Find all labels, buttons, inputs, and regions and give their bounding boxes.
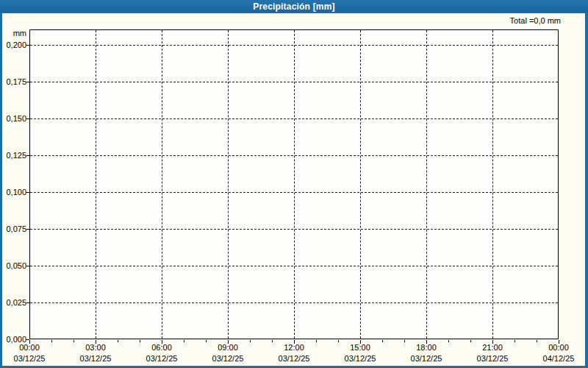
v-gridline	[426, 30, 427, 339]
x-axis-minor-tick	[250, 340, 251, 342]
total-value-label: Total =0,0 mm	[510, 16, 561, 25]
x-axis-minor-tick	[140, 340, 140, 342]
x-axis-minor-tick	[206, 340, 207, 342]
y-axis-unit-label: mm	[0, 29, 26, 38]
x-time-label: 15:00	[334, 343, 386, 353]
y-tick-label: 0,050	[0, 261, 26, 270]
y-axis-tick	[26, 302, 29, 303]
v-gridline	[360, 30, 361, 339]
x-date-label: 03/12/25	[467, 354, 518, 364]
chart-window: Precipitación [mm] Total =0,0 mm mm 0,20…	[0, 0, 588, 368]
x-date-label: 03/12/25	[334, 354, 386, 364]
x-time-label: 21:00	[467, 343, 518, 353]
y-tick-label: 0,200	[0, 40, 26, 49]
plot-area	[29, 29, 559, 339]
x-axis-minor-tick	[404, 340, 405, 342]
x-axis-minor-tick	[51, 340, 52, 342]
x-date-label: 04/12/25	[533, 354, 584, 364]
x-date-label: 03/12/25	[136, 354, 187, 364]
x-time-label: 00:00	[4, 343, 55, 353]
chart-canvas: Total =0,0 mm mm 0,2000,1750,1500,1250,1…	[0, 0, 588, 368]
x-axis-minor-tick	[118, 340, 118, 342]
x-time-label: 12:00	[268, 343, 320, 353]
y-tick-label: 0,125	[0, 151, 26, 160]
v-gridline	[294, 30, 295, 339]
x-date-label: 03/12/25	[202, 354, 254, 364]
y-axis-tick	[26, 192, 29, 193]
x-axis-minor-tick	[537, 340, 537, 342]
v-gridline	[492, 30, 493, 339]
y-axis-tick	[26, 45, 29, 46]
x-axis-minor-tick	[272, 340, 273, 342]
y-tick-label: 0,025	[0, 298, 26, 307]
x-time-label: 00:00	[533, 343, 584, 353]
y-axis-tick	[26, 229, 29, 230]
x-axis-minor-tick	[338, 340, 339, 342]
x-axis-minor-tick	[470, 340, 471, 342]
y-axis-tick	[26, 266, 29, 266]
x-date-label: 03/12/25	[401, 354, 452, 364]
y-axis-tick	[26, 82, 29, 82]
x-axis-minor-tick	[514, 340, 515, 342]
y-tick-label: 0,100	[0, 188, 26, 197]
v-gridline	[162, 30, 162, 339]
x-time-label: 06:00	[136, 343, 187, 353]
x-axis-minor-tick	[184, 340, 184, 342]
chart-content-area: Total =0,0 mm mm 0,2000,1750,1500,1250,1…	[2, 13, 585, 366]
y-tick-label: 0,150	[0, 114, 26, 123]
y-tick-label: 0,075	[0, 224, 26, 233]
x-axis-minor-tick	[382, 340, 383, 342]
x-time-label: 03:00	[70, 343, 121, 353]
y-axis-tick	[26, 118, 29, 119]
x-axis-minor-tick	[74, 340, 74, 342]
y-tick-label: 0,175	[0, 77, 26, 86]
v-gridline	[96, 30, 96, 339]
x-time-label: 09:00	[202, 343, 254, 353]
x-axis-minor-tick	[316, 340, 317, 342]
x-date-label: 03/12/25	[268, 354, 320, 364]
y-axis-tick	[26, 155, 29, 156]
x-date-label: 03/12/25	[4, 354, 55, 364]
v-gridline	[228, 30, 229, 339]
x-axis-minor-tick	[448, 340, 449, 342]
x-date-label: 03/12/25	[70, 354, 121, 364]
x-time-label: 18:00	[401, 343, 452, 353]
